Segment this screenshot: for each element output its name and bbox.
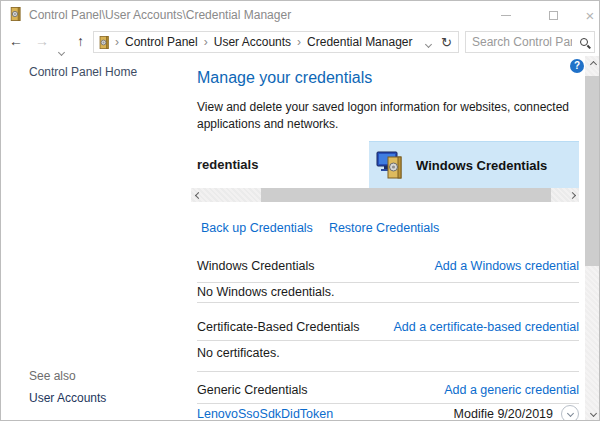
divider <box>197 282 579 283</box>
minimize-icon <box>501 15 511 16</box>
credential-list-item: LenovoSsoSdkDidToken Modifie 9/20/2019 <box>197 405 579 421</box>
windows-credentials-icon <box>376 149 410 181</box>
breadcrumb-user-accounts[interactable]: User Accounts <box>214 35 291 49</box>
credential-manager-icon <box>98 36 111 49</box>
refresh-button[interactable]: ↻ <box>441 35 452 50</box>
breadcrumb-credential-manager[interactable]: Credential Manager <box>307 35 412 49</box>
close-icon: × <box>586 7 595 24</box>
expand-credential-button[interactable] <box>561 405 579 421</box>
section-title: Windows Credentials <box>197 259 314 273</box>
address-dropdown-button[interactable] <box>426 33 431 51</box>
divider <box>197 371 579 372</box>
recent-pages-dropdown[interactable] <box>59 41 64 59</box>
section-title: Generic Credentials <box>197 383 307 397</box>
section-certificate-credentials: Certificate-Based Credentials Add a cert… <box>197 320 579 334</box>
close-button[interactable]: × <box>575 1 600 29</box>
scroll-up-button[interactable] <box>585 56 600 73</box>
minimize-button[interactable] <box>491 1 521 29</box>
chevron-down-icon <box>425 41 432 48</box>
tab-label: Windows Credentials <box>416 158 547 173</box>
horizontal-scrollbar-thumb[interactable] <box>261 188 551 202</box>
add-certificate-credential-link[interactable]: Add a certificate-based credential <box>393 320 579 334</box>
chevron-up-icon <box>589 61 596 68</box>
divider <box>197 302 579 303</box>
back-button[interactable]: ← <box>9 32 23 50</box>
breadcrumb-separator: › <box>297 35 301 49</box>
divider <box>197 403 579 404</box>
breadcrumb-control-panel[interactable]: Control Panel <box>125 35 198 49</box>
credential-name-link[interactable]: LenovoSsoSdkDidToken <box>197 407 333 421</box>
scroll-left-button[interactable] <box>191 188 205 202</box>
title-bar: Control Panel\User Accounts\Credential M… <box>1 1 599 29</box>
empty-state-text: No Windows credentials. <box>197 285 335 299</box>
credential-manager-icon <box>9 7 23 21</box>
tab-windows-credentials[interactable]: Windows Credentials <box>369 141 579 188</box>
search-icon[interactable] <box>580 38 588 46</box>
breadcrumb-separator: › <box>115 35 119 49</box>
maximize-icon <box>549 11 558 20</box>
tab-horizontal-scrollbar[interactable] <box>191 188 579 202</box>
section-generic-credentials: Generic Credentials Add a generic creden… <box>197 383 579 397</box>
page-description: View and delete your saved logon informa… <box>197 99 589 133</box>
divider <box>197 340 579 341</box>
credential-manager-window: Control Panel\User Accounts\Credential M… <box>0 0 600 421</box>
forward-button[interactable]: → <box>35 32 49 50</box>
chevron-down-icon <box>566 409 573 416</box>
add-windows-credential-link[interactable]: Add a Windows credential <box>434 259 579 273</box>
sidebar-item-user-accounts[interactable]: User Accounts <box>29 391 106 405</box>
chevron-right-icon <box>568 191 575 198</box>
address-bar[interactable]: › Control Panel › User Accounts › Creden… <box>93 31 459 53</box>
tab-web-credentials[interactable]: redentials <box>197 157 258 172</box>
search-input[interactable] <box>472 35 572 49</box>
section-title: Certificate-Based Credentials <box>197 320 360 334</box>
backup-credentials-link[interactable]: Back up Credentials <box>201 221 313 235</box>
sidebar-item-control-panel-home[interactable]: Control Panel Home <box>29 65 137 79</box>
sidebar-see-also-heading: See also <box>29 369 76 383</box>
empty-state-text: No certificates. <box>197 346 280 360</box>
up-button[interactable]: ↑ <box>77 32 84 50</box>
scroll-down-button[interactable] <box>585 405 600 421</box>
navigation-bar: ← → ↑ › Control Panel › User Accounts › … <box>1 29 599 55</box>
window-title: Control Panel\User Accounts\Credential M… <box>29 8 291 22</box>
breadcrumb-separator: › <box>204 35 208 49</box>
restore-credentials-link[interactable]: Restore Credentials <box>329 221 439 235</box>
add-generic-credential-link[interactable]: Add a generic credential <box>444 383 579 397</box>
help-button[interactable]: ? <box>570 59 584 73</box>
chevron-down-icon <box>58 49 65 56</box>
maximize-button[interactable] <box>538 1 568 29</box>
scroll-right-button[interactable] <box>565 188 579 202</box>
page-title: Manage your credentials <box>197 69 372 87</box>
search-box[interactable] <box>465 31 595 53</box>
credential-modified-date: Modifie 9/20/2019 <box>454 407 553 421</box>
chevron-down-icon <box>589 410 596 417</box>
chevron-left-icon <box>194 191 201 198</box>
section-windows-credentials: Windows Credentials Add a Windows creden… <box>197 259 579 273</box>
